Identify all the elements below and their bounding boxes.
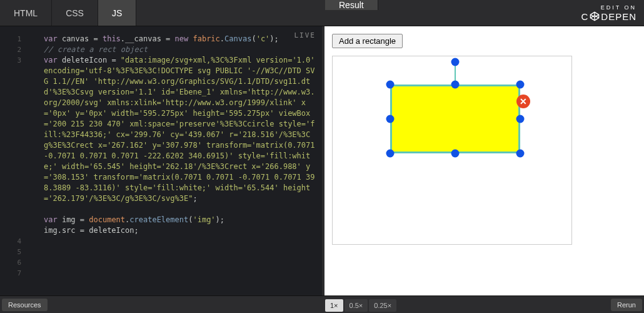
code-tabs: HTML CSS JS xyxy=(0,0,136,26)
resize-handle[interactable] xyxy=(386,115,395,123)
code-line: var deleteIcon = "data:image/svg+xml,%3C… xyxy=(34,55,316,204)
code-line: // create a rect object xyxy=(34,44,316,55)
resize-handle[interactable] xyxy=(516,115,525,123)
tab-result[interactable]: Result xyxy=(325,0,378,10)
brand-logo: C DEPEN xyxy=(581,11,636,22)
rerun-button[interactable]: Rerun xyxy=(611,299,642,311)
code-line: img.src = deleteIcon; xyxy=(34,225,316,236)
result-pane: Add a rectangle ✕ xyxy=(322,26,644,295)
zoom-button[interactable]: 1× xyxy=(325,299,343,312)
brand-edit-label: EDIT ON xyxy=(601,4,636,11)
resources-button[interactable]: Resources xyxy=(2,299,48,311)
zoom-button[interactable]: 0.25× xyxy=(369,299,396,312)
editor-pane[interactable]: LIVE 1234567 var canvas = this.__canvas … xyxy=(0,26,322,295)
code-line: var canvas = this.__canvas = new fabric.… xyxy=(34,34,316,44)
resize-handle[interactable] xyxy=(451,81,460,89)
main-split: LIVE 1234567 var canvas = this.__canvas … xyxy=(0,26,644,295)
add-rectangle-button[interactable]: Add a rectangle xyxy=(332,34,403,48)
header-bar: HTML CSS JS Result EDIT ON C DEPEN xyxy=(0,0,644,26)
resize-handle[interactable] xyxy=(386,150,395,158)
footer-bar: Resources 1×0.5×0.25× Rerun xyxy=(0,295,644,313)
resize-handle[interactable] xyxy=(451,58,460,66)
code-line: var img = document.createElement('img'); xyxy=(34,215,316,225)
code-line xyxy=(34,204,316,215)
code-content[interactable]: var canvas = this.__canvas = new fabric.… xyxy=(34,34,316,247)
rectangle-shape[interactable] xyxy=(390,85,520,153)
canvas[interactable]: ✕ xyxy=(332,56,572,245)
zoom-button[interactable]: 0.5× xyxy=(345,299,368,312)
zoom-controls: 1×0.5×0.25× xyxy=(325,297,396,312)
brand-link[interactable]: EDIT ON C DEPEN xyxy=(573,0,644,26)
codepen-icon xyxy=(590,11,600,21)
tab-html[interactable]: HTML xyxy=(0,0,52,26)
delete-control-icon[interactable]: ✕ xyxy=(516,95,530,108)
resize-handle[interactable] xyxy=(516,150,525,158)
tab-css[interactable]: CSS xyxy=(52,0,98,26)
resize-handle[interactable] xyxy=(516,81,525,89)
rectangle-object[interactable]: ✕ xyxy=(390,85,520,153)
resize-handle[interactable] xyxy=(386,81,395,89)
resize-handle[interactable] xyxy=(451,150,460,158)
line-gutter: 1234567 xyxy=(0,34,28,279)
code-line xyxy=(34,236,316,247)
tab-js[interactable]: JS xyxy=(98,0,136,26)
